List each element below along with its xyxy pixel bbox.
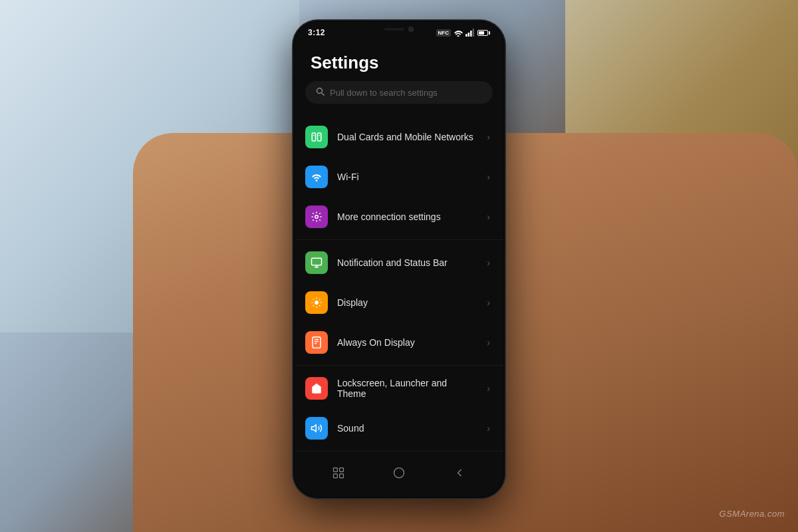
sound-label: Sound (337, 423, 477, 434)
svg-point-24 (394, 468, 404, 478)
back-button[interactable] (449, 462, 470, 483)
display-icon (305, 291, 328, 314)
always-on-label: Always On Display (337, 337, 477, 348)
camera (408, 27, 414, 32)
svg-rect-11 (312, 258, 322, 265)
sound-icon (305, 417, 328, 440)
display-chevron: › (487, 297, 490, 308)
settings-item-notification[interactable]: Notification and Status Bar › (295, 243, 503, 283)
theme-group: Lockscreen, Launcher and Theme › (295, 366, 503, 452)
phone-wrapper: 3:12 NFC (293, 20, 505, 499)
settings-item-lockscreen[interactable]: Lockscreen, Launcher and Theme › (295, 368, 503, 408)
recent-apps-button[interactable] (328, 462, 349, 483)
page-title: Settings (295, 47, 503, 81)
svg-rect-15 (313, 337, 321, 348)
wifi-icon (305, 166, 328, 188)
wifi-chevron: › (487, 172, 490, 182)
svg-rect-23 (339, 474, 343, 478)
status-icons: NFC (436, 29, 490, 37)
bottom-nav (295, 454, 503, 497)
notification-icon (305, 251, 328, 274)
scene: 3:12 NFC (0, 0, 798, 532)
svg-marker-19 (312, 425, 317, 432)
phone-outer: 3:12 NFC (293, 20, 505, 499)
connection-settings-icon (305, 205, 328, 228)
svg-rect-1 (468, 33, 470, 37)
settings-content: Settings Pull down to search settings (295, 41, 503, 454)
search-icon (316, 87, 325, 98)
display-group: Notification and Status Bar › (295, 240, 503, 366)
display-label: Display (337, 297, 477, 308)
dual-cards-label: Dual Cards and Mobile Networks (337, 132, 477, 142)
settings-list: Dual Cards and Mobile Networks › (295, 114, 503, 452)
notification-label: Notification and Status Bar (337, 257, 477, 268)
svg-point-14 (315, 301, 319, 305)
dual-cards-icon (305, 126, 328, 148)
home-button[interactable] (388, 462, 410, 483)
notification-chevron: › (487, 257, 490, 268)
settings-item-display[interactable]: Display › (295, 283, 503, 323)
svg-point-4 (317, 88, 323, 94)
network-group: Dual Cards and Mobile Networks › (295, 114, 503, 240)
always-on-chevron: › (487, 337, 490, 348)
settings-item-sound[interactable]: Sound › (295, 408, 503, 448)
always-on-icon (305, 331, 328, 354)
dual-cards-chevron: › (487, 132, 490, 142)
status-time: 3:12 (308, 28, 325, 37)
svg-rect-7 (318, 133, 321, 141)
settings-item-wifi[interactable]: Wi-Fi › (295, 157, 503, 197)
more-connection-chevron: › (487, 211, 490, 222)
settings-item-more-connection[interactable]: More connection settings › (295, 197, 503, 237)
svg-rect-2 (470, 31, 472, 37)
svg-rect-0 (466, 34, 467, 37)
watermark: GSMArena.com (720, 509, 785, 519)
nfc-badge: NFC (436, 29, 451, 37)
wifi-status-icon (454, 29, 463, 37)
status-bar: 3:12 NFC (295, 22, 503, 41)
screen: 3:12 NFC (295, 22, 503, 497)
settings-item-always-on[interactable]: Always On Display › (295, 323, 503, 362)
phone-inner: 3:12 NFC (295, 22, 503, 497)
settings-item-dual-cards[interactable]: Dual Cards and Mobile Networks › (295, 117, 503, 157)
svg-rect-20 (333, 468, 337, 472)
svg-rect-3 (473, 29, 475, 37)
speaker (384, 28, 404, 31)
battery-icon (477, 30, 490, 36)
svg-line-5 (322, 93, 325, 96)
search-bar[interactable]: Pull down to search settings (305, 81, 493, 104)
notch (366, 22, 432, 37)
signal-icon (466, 29, 475, 37)
svg-point-10 (315, 215, 319, 219)
more-connection-label: More connection settings (337, 211, 477, 222)
svg-rect-22 (339, 468, 343, 472)
svg-rect-6 (312, 133, 315, 141)
svg-rect-21 (333, 474, 337, 478)
sound-chevron: › (487, 423, 490, 434)
lockscreen-icon (305, 377, 328, 400)
search-placeholder-text: Pull down to search settings (330, 88, 438, 98)
lockscreen-chevron: › (487, 383, 490, 394)
wifi-label: Wi-Fi (337, 172, 477, 182)
lockscreen-label: Lockscreen, Launcher and Theme (337, 378, 477, 399)
